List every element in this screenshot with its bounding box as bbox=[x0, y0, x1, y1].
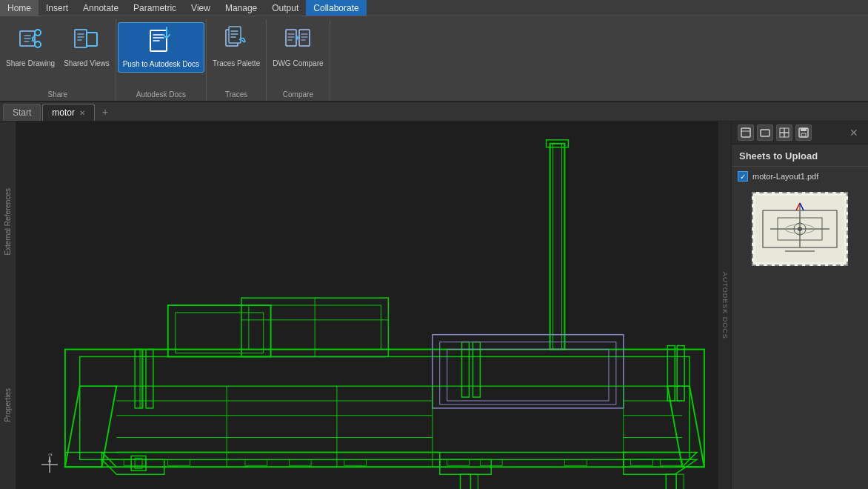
right-panel: ✕ Sheets to Upload ✓ motor-Layout1.pdf bbox=[731, 122, 868, 489]
ribbon-share-section: Share Drawing Shared Views Share bbox=[0, 19, 116, 101]
push-to-docs-icon bbox=[147, 26, 174, 59]
traces-buttons-row: Traces Palette bbox=[208, 19, 264, 89]
menu-output[interactable]: Output bbox=[264, 0, 306, 16]
right-panel-close-button[interactable]: ✕ bbox=[846, 124, 862, 141]
external-references-label[interactable]: External References bbox=[2, 182, 13, 262]
traces-group-label: Traces bbox=[208, 89, 264, 101]
svg-text:N: N bbox=[48, 453, 53, 457]
panel-icon-btn-1[interactable] bbox=[738, 124, 754, 141]
properties-label[interactable]: Properties bbox=[2, 382, 13, 428]
autodesk-docs-buttons-row: Push to Autodesk Docs bbox=[118, 19, 204, 89]
menu-home[interactable]: Home bbox=[0, 0, 39, 16]
menu-collaborate[interactable]: Collaborate bbox=[306, 0, 366, 16]
push-to-autodesk-docs-button[interactable]: Push to Autodesk Docs bbox=[118, 22, 204, 73]
ribbon-autodesk-docs-section: Push to Autodesk Docs Autodesk Docs bbox=[116, 19, 207, 101]
autodesk-docs-side-label: AUTODESK DOCS bbox=[718, 122, 731, 489]
sheet-checkbox[interactable]: ✓ bbox=[738, 171, 748, 182]
svg-rect-76 bbox=[761, 130, 769, 136]
panel-icon-btn-3[interactable] bbox=[776, 124, 792, 141]
svg-rect-9 bbox=[229, 27, 241, 43]
share-drawing-icon bbox=[17, 25, 44, 58]
share-drawing-button[interactable]: Share Drawing bbox=[1, 22, 59, 71]
menu-view[interactable]: View bbox=[184, 0, 218, 16]
autodesk-docs-group-label: Autodesk Docs bbox=[118, 89, 204, 101]
svg-point-1 bbox=[35, 30, 41, 36]
shared-views-button[interactable]: Shared Views bbox=[59, 22, 114, 71]
sheet-thumbnail[interactable] bbox=[752, 192, 848, 266]
main-layout: External References Properties bbox=[0, 122, 868, 489]
menu-parametric[interactable]: Parametric bbox=[126, 0, 184, 16]
svg-rect-78 bbox=[784, 128, 789, 133]
shared-views-icon bbox=[73, 25, 100, 58]
shared-views-label: Shared Views bbox=[64, 59, 110, 68]
menu-annotate[interactable]: Annotate bbox=[76, 0, 126, 16]
tab-motor[interactable]: motor ✕ bbox=[42, 104, 95, 121]
ribbon-compare-section: DWG Compare Compare bbox=[267, 19, 330, 101]
svg-rect-11 bbox=[299, 30, 310, 46]
cad-drawing bbox=[16, 122, 731, 489]
left-sidebar: External References Properties bbox=[0, 122, 16, 489]
tab-start-label: Start bbox=[13, 107, 31, 118]
menu-insert[interactable]: Insert bbox=[39, 0, 76, 16]
traces-palette-button[interactable]: Traces Palette bbox=[208, 22, 264, 71]
svg-rect-80 bbox=[784, 133, 789, 137]
compass: N bbox=[39, 453, 61, 477]
share-buttons-row: Share Drawing Shared Views bbox=[1, 19, 114, 89]
svg-point-2 bbox=[35, 41, 41, 47]
tab-add-button[interactable]: + bbox=[96, 103, 114, 121]
tab-motor-label: motor bbox=[52, 107, 75, 118]
ribbon: Share Drawing Shared Views Share bbox=[0, 16, 868, 102]
tab-motor-close[interactable]: ✕ bbox=[79, 109, 85, 117]
share-drawing-label: Share Drawing bbox=[6, 59, 55, 68]
right-panel-header: ✕ bbox=[732, 122, 868, 144]
ribbon-traces-section: Traces Palette Traces bbox=[207, 19, 267, 101]
tab-start[interactable]: Start bbox=[3, 104, 41, 121]
share-group-label: Share bbox=[1, 89, 114, 101]
traces-palette-icon bbox=[223, 25, 250, 58]
svg-point-90 bbox=[798, 227, 802, 231]
svg-rect-74 bbox=[741, 128, 750, 137]
push-to-docs-label: Push to Autodesk Docs bbox=[123, 60, 199, 69]
thumbnail-area bbox=[732, 186, 868, 272]
drawing-area[interactable]: N AUTODESK DOCS bbox=[16, 122, 731, 489]
svg-rect-79 bbox=[780, 133, 784, 137]
menu-manage[interactable]: Manage bbox=[218, 0, 264, 16]
svg-rect-83 bbox=[801, 133, 806, 136]
dwg-compare-label: DWG Compare bbox=[273, 59, 323, 68]
sheet-filename: motor-Layout1.pdf bbox=[752, 172, 818, 181]
compare-buttons-row: DWG Compare bbox=[268, 19, 327, 89]
menu-bar: Home Insert Annotate Parametric View Man… bbox=[0, 0, 868, 16]
panel-icon-btn-save[interactable] bbox=[795, 124, 812, 141]
compare-group-label: Compare bbox=[268, 89, 327, 101]
autodesk-docs-label-text: AUTODESK DOCS bbox=[721, 272, 729, 339]
dwg-compare-button[interactable]: DWG Compare bbox=[268, 22, 327, 71]
panel-icon-btn-2[interactable] bbox=[757, 124, 773, 141]
sheet-list-item[interactable]: ✓ motor-Layout1.pdf bbox=[732, 167, 868, 186]
svg-rect-77 bbox=[780, 128, 784, 133]
svg-rect-82 bbox=[801, 128, 807, 131]
sheets-to-upload-title: Sheets to Upload bbox=[732, 144, 868, 167]
traces-palette-label: Traces Palette bbox=[213, 59, 260, 68]
svg-rect-10 bbox=[286, 30, 296, 46]
svg-rect-5 bbox=[75, 30, 87, 47]
dwg-compare-icon bbox=[284, 25, 311, 58]
svg-rect-6 bbox=[87, 33, 97, 46]
svg-marker-72 bbox=[48, 456, 51, 462]
tabs-bar: Start motor ✕ + bbox=[0, 102, 868, 122]
